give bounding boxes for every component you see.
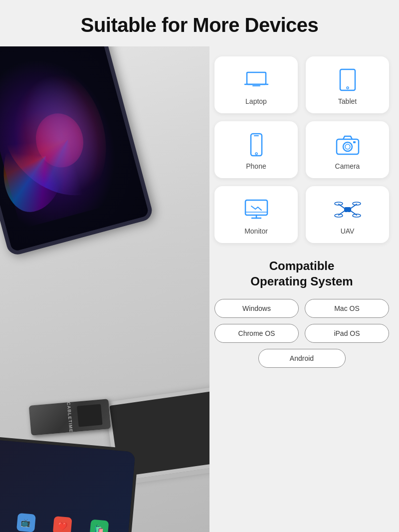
os-badge-macos: Mac OS bbox=[305, 299, 389, 318]
os-badge-chromeos: Chrome OS bbox=[214, 324, 299, 343]
svg-line-19 bbox=[258, 207, 261, 210]
app-icons: 🏠 📺 ❤️ 🛍️ bbox=[0, 510, 124, 532]
svg-rect-13 bbox=[245, 200, 267, 215]
phone-label: Phone bbox=[246, 162, 266, 170]
tablet-screen bbox=[0, 46, 149, 252]
app-icon: 📺 bbox=[16, 513, 35, 532]
uav-icon bbox=[334, 196, 361, 223]
tablet-icon bbox=[334, 66, 361, 93]
device-image-area: 🏠 📺 ❤️ 🛍️ bbox=[0, 46, 209, 532]
device-card-uav: UAV bbox=[306, 186, 389, 243]
svg-line-17 bbox=[251, 206, 255, 209]
svg-point-7 bbox=[255, 153, 257, 155]
svg-point-10 bbox=[343, 142, 352, 151]
device-grid: Laptop Tablet bbox=[214, 56, 389, 243]
app-icon: 🛍️ bbox=[89, 519, 109, 532]
monitor-label: Monitor bbox=[244, 227, 268, 235]
os-badge-windows: Windows bbox=[214, 299, 299, 318]
header-section: Suitable for More Devices bbox=[0, 0, 399, 46]
svg-point-11 bbox=[345, 144, 350, 149]
svg-rect-0 bbox=[247, 72, 266, 84]
page-container: Suitable for More Devices bbox=[0, 0, 399, 532]
os-grid: Windows Mac OS Chrome OS iPad OS Android bbox=[214, 299, 389, 368]
ipad-image: 🏠 📺 ❤️ 🛍️ bbox=[0, 435, 139, 532]
device-card-tablet: Tablet bbox=[306, 56, 389, 113]
device-card-laptop: Laptop bbox=[214, 56, 298, 113]
uav-label: UAV bbox=[341, 227, 355, 235]
compat-section: CompatibleOperating System Windows Mac O… bbox=[214, 258, 389, 368]
svg-point-29 bbox=[346, 212, 349, 215]
tablet-image bbox=[0, 46, 154, 257]
page-title: Suitable for More Devices bbox=[10, 14, 389, 36]
laptop-label: Laptop bbox=[245, 97, 267, 105]
svg-point-4 bbox=[347, 87, 349, 89]
os-badge-android: Android bbox=[258, 349, 346, 368]
right-panel: Laptop Tablet bbox=[209, 46, 399, 532]
compat-title: CompatibleOperating System bbox=[214, 258, 389, 289]
main-content: 🏠 📺 ❤️ 🛍️ bbox=[0, 46, 399, 532]
svg-rect-12 bbox=[353, 141, 356, 143]
app-icon: ❤️ bbox=[53, 516, 72, 532]
camera-icon bbox=[334, 131, 361, 158]
device-card-phone: Phone bbox=[214, 121, 298, 178]
usb-reader-image bbox=[29, 399, 111, 436]
left-panel: 🏠 📺 ❤️ 🛍️ bbox=[0, 46, 209, 532]
device-card-monitor: Monitor bbox=[214, 186, 298, 243]
camera-label: Camera bbox=[335, 162, 360, 170]
laptop-icon bbox=[243, 66, 270, 93]
os-badge-ipados: iPad OS bbox=[305, 324, 389, 343]
tablet-label: Tablet bbox=[338, 97, 357, 105]
device-card-camera: Camera bbox=[306, 121, 389, 178]
svg-rect-20 bbox=[344, 207, 351, 212]
phone-icon bbox=[243, 131, 270, 158]
ipad-screen: 🏠 📺 ❤️ 🛍️ bbox=[0, 439, 136, 532]
monitor-icon bbox=[243, 196, 270, 223]
